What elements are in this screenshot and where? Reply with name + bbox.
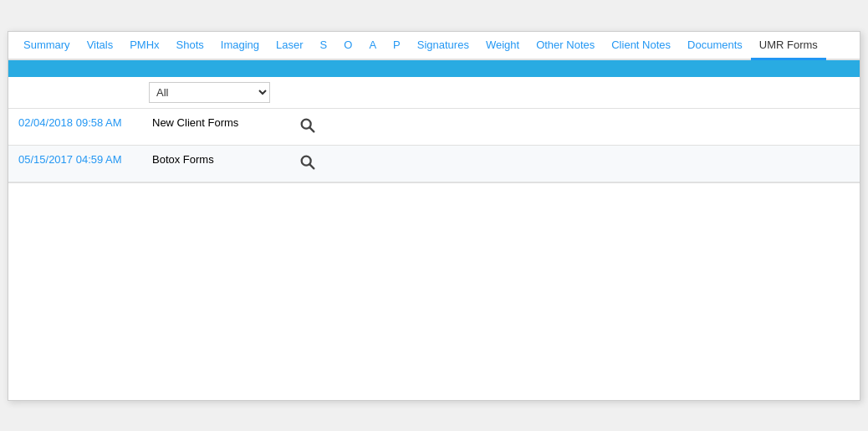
nav-tab-o[interactable]: O: [335, 32, 360, 60]
table-header: [8, 60, 860, 77]
filter-row: All: [8, 77, 860, 109]
nav-tab-pmhx[interactable]: PMHx: [121, 32, 167, 60]
nav-tab-shots[interactable]: Shots: [168, 32, 212, 60]
main-window: SummaryVitalsPMHxShotsImagingLaserSOAPSi…: [8, 31, 860, 401]
nav-tab-p[interactable]: P: [385, 32, 409, 60]
search-icon[interactable]: [299, 116, 317, 135]
nav-tab-weight[interactable]: Weight: [477, 32, 528, 60]
nav-tab-s[interactable]: S: [312, 32, 336, 60]
nav-tab-documents[interactable]: Documents: [679, 32, 751, 60]
nav-tab-summary[interactable]: Summary: [15, 32, 79, 60]
filter-group-cell[interactable]: All: [142, 77, 288, 108]
svg-line-1: [310, 127, 314, 131]
nav-tab-umr-forms[interactable]: UMR Forms: [751, 32, 826, 60]
header-group-name: [142, 60, 288, 77]
cell-sent-on: 05/15/2017 04:59 AM: [8, 146, 142, 182]
filter-action-cell: [288, 77, 860, 108]
nav-bar: SummaryVitalsPMHxShotsImagingLaserSOAPSi…: [8, 32, 860, 60]
header-sent-on: [8, 60, 142, 77]
group-filter-select[interactable]: All: [149, 82, 270, 103]
cell-action: [288, 146, 860, 182]
nav-tab-other-notes[interactable]: Other Notes: [528, 32, 603, 60]
nav-tab-signatures[interactable]: Signatures: [409, 32, 477, 60]
cell-group-name: Botox Forms: [142, 146, 288, 182]
cell-group-name: New Client Forms: [142, 109, 288, 145]
filter-sent-on-cell: [8, 77, 142, 108]
search-icon[interactable]: [299, 153, 317, 172]
nav-tab-client-notes[interactable]: Client Notes: [603, 32, 679, 60]
nav-tab-a[interactable]: A: [360, 32, 385, 60]
svg-line-3: [310, 164, 314, 168]
table-row: 05/15/2017 04:59 AMBotox Forms: [8, 146, 860, 182]
content-area: All 02/04/2018 09:58 AMNew Client Forms …: [8, 60, 860, 400]
cell-action: [288, 109, 860, 145]
data-rows-container: 02/04/2018 09:58 AMNew Client Forms 05/1…: [8, 109, 860, 182]
header-action: [288, 60, 860, 77]
nav-tab-imaging[interactable]: Imaging: [212, 32, 268, 60]
table-row: 02/04/2018 09:58 AMNew Client Forms: [8, 109, 860, 146]
empty-area: [8, 182, 860, 400]
nav-tab-laser[interactable]: Laser: [268, 32, 312, 60]
nav-tab-vitals[interactable]: Vitals: [79, 32, 122, 60]
cell-sent-on: 02/04/2018 09:58 AM: [8, 109, 142, 145]
